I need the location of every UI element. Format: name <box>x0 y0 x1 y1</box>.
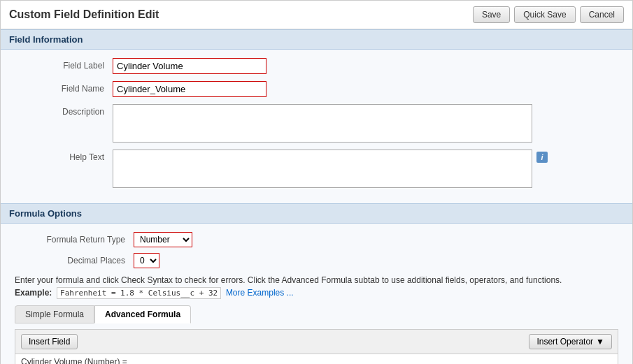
more-examples-link[interactable]: More Examples ... <box>226 288 294 298</box>
return-type-label: Formula Return Type <box>15 235 134 245</box>
decimal-places-select[interactable]: 0 1 2 3 4 5 <box>134 253 159 268</box>
description-input[interactable] <box>113 104 532 143</box>
field-label-input[interactable] <box>113 58 266 74</box>
tab-simple[interactable]: Simple Formula <box>15 305 94 323</box>
description-label: Description <box>15 104 113 117</box>
insert-operator-button[interactable]: Insert Operator ▼ <box>529 334 612 349</box>
field-name-input[interactable] <box>113 81 266 97</box>
return-type-select[interactable]: Number Text Date Checkbox Currency Perce… <box>134 232 192 247</box>
info-icon[interactable]: i <box>536 152 548 163</box>
cancel-button[interactable]: Cancel <box>580 6 624 23</box>
formula-code-label: Cylinder Volume (Number) = <box>15 354 618 365</box>
description-row: Description <box>1 104 632 143</box>
help-text-label: Help Text <box>15 150 113 162</box>
formula-tabs: Simple Formula Advanced Formula <box>1 305 632 323</box>
quick-save-button[interactable]: Quick Save <box>514 6 575 23</box>
formula-toolbar: Insert Field Insert Operator ▼ <box>15 330 618 354</box>
field-info-section-header: Field Information <box>1 29 632 50</box>
decimal-places-row: Decimal Places 0 1 2 3 4 5 <box>1 253 632 268</box>
return-type-row: Formula Return Type Number Text Date Che… <box>1 232 632 247</box>
formula-options-section-header: Formula Options <box>1 203 632 224</box>
help-text-input[interactable] <box>113 150 532 188</box>
field-name-label: Field Name <box>15 81 113 94</box>
field-info-section: Field Label Field Name Description Help … <box>1 50 632 203</box>
hint-text: Enter your formula and click Check Synta… <box>1 274 632 300</box>
field-label-label: Field Label <box>15 58 113 71</box>
page-header: Custom Field Definition Edit Save Quick … <box>1 1 632 29</box>
tab-advanced[interactable]: Advanced Formula <box>94 305 191 323</box>
field-label-row: Field Label <box>1 58 632 74</box>
page-title: Custom Field Definition Edit <box>9 8 159 21</box>
field-name-row: Field Name <box>1 81 632 97</box>
dropdown-arrow-icon: ▼ <box>596 337 604 347</box>
header-buttons: Save Quick Save Cancel <box>473 6 624 23</box>
decimal-places-label: Decimal Places <box>15 256 134 265</box>
page-container: Custom Field Definition Edit Save Quick … <box>0 0 633 364</box>
help-text-row: Help Text i <box>1 150 632 188</box>
formula-editor-area: Insert Field Insert Operator ▼ Cylinder … <box>15 329 618 365</box>
insert-field-button[interactable]: Insert Field <box>21 334 78 349</box>
help-text-container: i <box>113 150 548 188</box>
formula-section: Formula Return Type Number Text Date Che… <box>1 224 632 364</box>
save-button[interactable]: Save <box>473 6 510 23</box>
